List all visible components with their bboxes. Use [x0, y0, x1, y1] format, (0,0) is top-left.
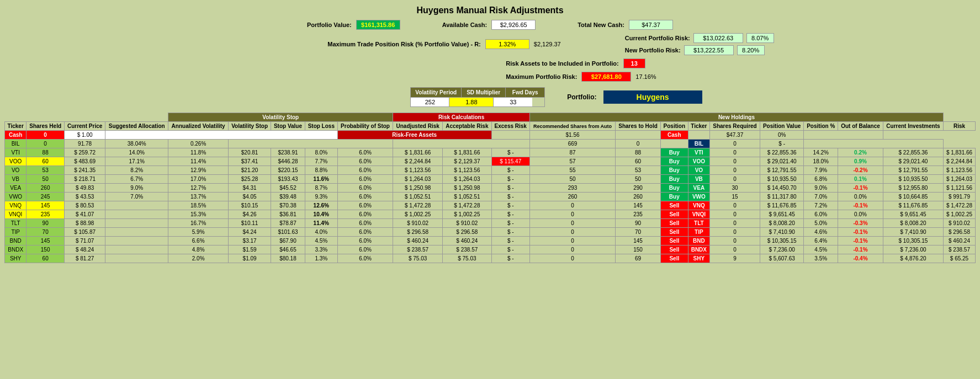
position[interactable]: Buy — [660, 184, 688, 193]
max-trade-risk-pct[interactable]: 1.32% — [485, 39, 529, 49]
position[interactable]: Sell — [660, 254, 688, 263]
ticker-cell: VB — [5, 175, 27, 184]
ann-vol: 12.7% — [168, 184, 229, 193]
accept-risk: $ 2,129.37 — [443, 157, 492, 166]
unadj-risk: $ 1,472.28 — [393, 201, 443, 210]
shares-req[interactable]: 0 — [710, 148, 760, 157]
shares-held[interactable]: 60 — [27, 157, 65, 166]
max-trade-risk-label: Maximum Trade Position Risk (% Portfolio… — [327, 41, 481, 47]
bil-price: 91.78 — [64, 140, 105, 148]
vol-stop: $1.59 — [229, 245, 271, 254]
position[interactable]: Buy — [660, 166, 688, 175]
risk: $ 1,123.56 — [944, 166, 976, 175]
pos-value: $ 11,676.85 — [760, 201, 803, 210]
vol-stop: $10.11 — [229, 219, 271, 228]
shares-held[interactable]: 150 — [27, 245, 65, 254]
shares-held[interactable]: 235 — [27, 210, 65, 219]
position[interactable]: Sell — [660, 201, 688, 210]
portfolio-value-label: Portfolio Value: — [307, 22, 352, 28]
stop-value: $70.38 — [271, 201, 305, 210]
shares-req[interactable]: 0 — [710, 228, 760, 237]
shares-hold[interactable]: 145 — [616, 201, 661, 210]
current-price: $ 483.69 — [64, 157, 105, 166]
shares-held[interactable]: 53 — [27, 166, 65, 175]
shares-held[interactable]: 50 — [27, 175, 65, 184]
vol-stop: $25.28 — [229, 175, 271, 184]
shares-req[interactable]: 30 — [710, 184, 760, 193]
shares-req[interactable]: 15 — [710, 193, 760, 201]
shares-hold[interactable]: 88 — [616, 148, 661, 157]
shares-hold[interactable]: 145 — [616, 237, 661, 245]
vol-stop: $4.31 — [229, 184, 271, 193]
shares-held[interactable]: 90 — [27, 219, 65, 228]
pos-pct: 6.0% — [804, 210, 838, 219]
current-portfolio-risk-val: $13,022.63 — [693, 33, 743, 43]
position[interactable]: Buy — [660, 193, 688, 201]
current-price: $ 259.72 — [64, 148, 105, 157]
shares-held[interactable]: 60 — [27, 254, 65, 263]
cur-investments: $ 10,935.50 — [883, 175, 943, 184]
shares-req[interactable]: 0 — [710, 210, 760, 219]
shares-hold[interactable]: 60 — [616, 157, 661, 166]
shares-hold[interactable]: 70 — [616, 228, 661, 237]
main-table: Volatility Stop Risk Calculations New Ho… — [4, 113, 976, 263]
sd-multiplier-val[interactable]: 1.88 — [449, 98, 494, 106]
stop-loss: 4.5% — [305, 237, 337, 245]
shares-held[interactable]: 260 — [27, 184, 65, 193]
col-unadj-risk: Unadjusted Risk — [393, 122, 443, 131]
shares-held[interactable]: 145 — [27, 237, 65, 245]
shares-hold[interactable]: 290 — [616, 184, 661, 193]
shares-hold[interactable]: 150 — [616, 245, 661, 254]
table-row: BND 145 $ 71.07 6.6% $3.17 $67.90 4.5% 6… — [5, 237, 976, 245]
shares-req[interactable]: 0 — [710, 219, 760, 228]
position[interactable]: Sell — [660, 228, 688, 237]
col-vol-stop: Volatility Stop — [229, 122, 271, 131]
prob-stop: 6.0% — [337, 175, 393, 184]
volatility-period-val[interactable]: 252 — [411, 98, 449, 106]
shares-req[interactable]: 0 — [710, 245, 760, 254]
shares-req[interactable]: 9 — [710, 254, 760, 263]
position[interactable]: Sell — [660, 245, 688, 254]
prob-stop: 6.0% — [337, 157, 393, 166]
ticker-cell: TLT — [5, 219, 27, 228]
risk-free-label: Risk-Free Assets — [337, 131, 491, 140]
current-price: $ 48.24 — [64, 245, 105, 254]
shares-hold[interactable]: 90 — [616, 219, 661, 228]
position[interactable]: Buy — [660, 148, 688, 157]
risk: $ 238.57 — [944, 245, 976, 254]
shares-hold[interactable]: 53 — [616, 166, 661, 175]
pos-pct: 5.0% — [804, 219, 838, 228]
out-balance: 0.2% — [838, 148, 883, 157]
out-balance: -0.1% — [838, 245, 883, 254]
position[interactable]: Sell — [660, 210, 688, 219]
prob-stop: 6.0% — [337, 228, 393, 237]
shares-held[interactable]: 145 — [27, 201, 65, 210]
shares-hold[interactable]: 69 — [616, 254, 661, 263]
rec-shares: 0 — [529, 210, 615, 219]
fwd-days-val[interactable]: 33 — [494, 98, 532, 106]
position[interactable]: Sell — [660, 237, 688, 245]
stop-loss: 8.7% — [305, 184, 337, 193]
cur-investments: $ 22,855.36 — [883, 148, 943, 157]
shares-req[interactable]: 0 — [710, 237, 760, 245]
shares-req[interactable]: 0 — [710, 157, 760, 166]
shares-held[interactable]: 70 — [27, 228, 65, 237]
unadj-risk: $ 460.24 — [393, 237, 443, 245]
pos-value: $ 14,450.70 — [760, 184, 803, 193]
shares-held[interactable]: 245 — [27, 193, 65, 201]
position[interactable]: Sell — [660, 219, 688, 228]
shares-held[interactable]: 88 — [27, 148, 65, 157]
new-ticker: BND — [688, 237, 709, 245]
shares-req[interactable]: 0 — [710, 201, 760, 210]
prob-stop: 6.0% — [337, 184, 393, 193]
shares-hold[interactable]: 50 — [616, 175, 661, 184]
shares-hold[interactable]: 260 — [616, 193, 661, 201]
shares-req[interactable]: 0 — [710, 175, 760, 184]
shares-hold[interactable]: 235 — [616, 210, 661, 219]
excess-risk: $ - — [491, 148, 529, 157]
shares-req[interactable]: 0 — [710, 166, 760, 175]
position[interactable]: Buy — [660, 175, 688, 184]
accept-risk: $ 1,002.25 — [443, 210, 492, 219]
excess-risk: $ - — [491, 193, 529, 201]
position[interactable]: Buy — [660, 157, 688, 166]
